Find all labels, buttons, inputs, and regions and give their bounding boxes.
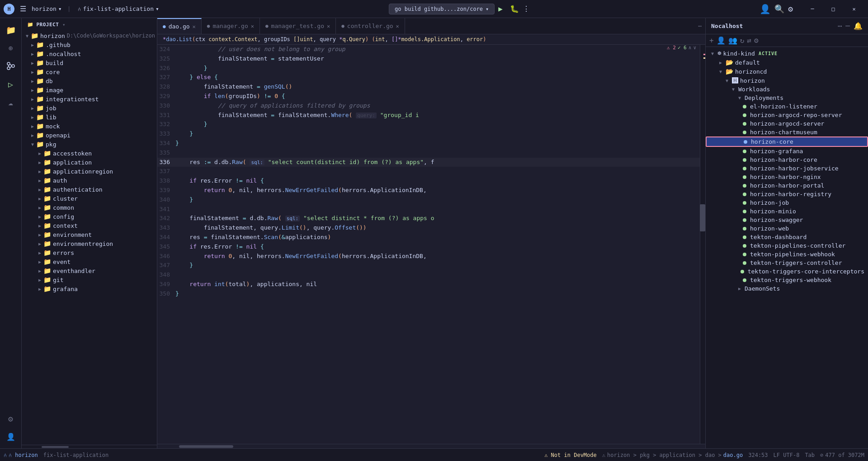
activity-run[interactable]: ▷: [3, 76, 19, 92]
tree-item-cluster[interactable]: ▶ 📁 cluster: [22, 194, 157, 203]
code-viewport[interactable]: 324 // user does not belong to any group…: [157, 45, 700, 444]
branch-selector[interactable]: ⑃ fix-list-application ▾: [78, 5, 159, 12]
tree-item-application[interactable]: ▶ 📁 application: [22, 158, 157, 167]
status-breadcrumb[interactable]: ⚠ horizon > pkg > application > dao > da…: [602, 452, 743, 458]
tree-item-pkg[interactable]: ▼ 📁 pkg: [22, 140, 157, 149]
tree-item-common[interactable]: ▶ 📁 common: [22, 203, 157, 212]
tree-item-environment[interactable]: ▶ 📁 environment: [22, 230, 157, 239]
status-lines[interactable]: ⊘ 477 of 3072M: [820, 452, 864, 458]
nc-deploy-grafana[interactable]: horizon-grafana: [706, 147, 868, 155]
nc-deploy-harbor-core[interactable]: horizon-harbor-core: [706, 155, 868, 164]
nocalhost-settings-icon[interactable]: ⚙: [754, 36, 759, 45]
nc-deploy-chartmuseum[interactable]: horizon-chartmuseum: [706, 128, 868, 136]
settings-icon[interactable]: ⚙: [788, 4, 793, 14]
tab-more-actions[interactable]: ⋯: [694, 23, 705, 29]
menu-icon[interactable]: ☰: [18, 3, 28, 15]
tree-root[interactable]: ▼ 📁 horizon D:\Code\GoWorkspace\horizon: [22, 31, 157, 40]
run-config-button[interactable]: go build github....zon/core ▾: [389, 4, 495, 14]
nc-app-horizon[interactable]: ▼ 🅷 horizon: [706, 76, 868, 85]
nocalhost-minimize-icon[interactable]: ─: [845, 22, 850, 30]
nocalhost-add-icon[interactable]: +: [709, 36, 714, 45]
unfold-icon[interactable]: ∨: [693, 45, 696, 51]
tree-item-context[interactable]: ▶ 📁 context: [22, 221, 157, 230]
activity-nocalhost[interactable]: ☁: [3, 94, 19, 110]
nc-group-deployments[interactable]: ▼ Deployments: [706, 94, 868, 102]
editor-horizontal-scrollbar[interactable]: [157, 444, 705, 448]
tree-item-job[interactable]: ▶ 📁 job: [22, 103, 157, 113]
tab-manager-go[interactable]: ● manager.go ✕: [202, 18, 260, 34]
run-play-button[interactable]: ▶: [498, 5, 503, 13]
activity-explorer[interactable]: 📁: [3, 22, 19, 38]
nc-deploy-swagger[interactable]: horizon-swagger: [706, 216, 868, 224]
tree-item-core[interactable]: ▶ 📁 core: [22, 67, 157, 76]
nc-group-daemonsets[interactable]: ▶ DaemonSets: [706, 284, 868, 293]
nc-deploy-harbor-registry[interactable]: horizon-harbor-registry: [706, 190, 868, 198]
status-indentation[interactable]: Tab: [805, 452, 815, 458]
project-selector[interactable]: horizon ▾: [32, 5, 62, 12]
tree-item-errors[interactable]: ▶ 📁 errors: [22, 248, 157, 257]
nc-deploy-harbor-nginx[interactable]: horizon-harbor-nginx: [706, 173, 868, 181]
nc-deploy-harbor-portal[interactable]: horizon-harbor-portal: [706, 181, 868, 190]
minimize-button[interactable]: ─: [802, 2, 823, 16]
close-button[interactable]: ✕: [844, 2, 864, 16]
nc-deploy-harbor-jobservice[interactable]: horizon-harbor-jobservice: [706, 164, 868, 173]
tree-item-applicationregion[interactable]: ▶ 📁 applicationregion: [22, 167, 157, 176]
tab-controller-go[interactable]: ● controller.go ✕: [336, 18, 405, 34]
tree-item-grafana[interactable]: ▶ 📁 grafana: [22, 284, 157, 293]
activity-accounts[interactable]: 👤: [3, 428, 19, 445]
nc-deploy-minio[interactable]: horizon-minio: [706, 207, 868, 216]
tree-item-eventhandler[interactable]: ▶ 📁 eventhandler: [22, 266, 157, 275]
tab-manager-go-close[interactable]: ✕: [251, 23, 254, 29]
status-git[interactable]: ⑃ ⑃ horizon: [4, 452, 38, 458]
tree-item-event[interactable]: ▶ 📁 event: [22, 257, 157, 266]
tree-item-config[interactable]: ▶ 📁 config: [22, 212, 157, 221]
debug-icon[interactable]: 🐛: [510, 5, 519, 13]
nocalhost-more-icon[interactable]: ⋯: [838, 22, 842, 30]
tab-dao-go[interactable]: ● dao.go ✕: [157, 18, 202, 34]
tree-item-github[interactable]: ▶ 📁 .github: [22, 40, 157, 49]
nocalhost-account-icon[interactable]: 👤: [717, 36, 726, 45]
nocalhost-refresh-icon[interactable]: ↻: [740, 36, 745, 45]
nc-cluster-kind-kind[interactable]: ▼ ☸ kind-kind ACTIVE: [706, 49, 868, 58]
more-options-icon[interactable]: ⋮: [523, 5, 530, 13]
fold-icon[interactable]: ∧: [689, 45, 692, 51]
nc-deploy-horizon-core[interactable]: horizon-core: [706, 136, 868, 147]
tree-item-mock[interactable]: ▶ 📁 mock: [22, 122, 157, 131]
nc-deploy-argocd-server[interactable]: horizon-argocd-server: [706, 119, 868, 128]
tree-item-environmentregion[interactable]: ▶ 📁 environmentregion: [22, 239, 157, 248]
tree-item-git[interactable]: ▶ 📁 git: [22, 275, 157, 284]
nc-deploy-tekton-pipelines-controller[interactable]: tekton-pipelines-controller: [706, 241, 868, 250]
tree-item-auth[interactable]: ▶ 📁 auth: [22, 176, 157, 185]
nc-deploy-tekton-dashboard[interactable]: tekton-dashboard: [706, 233, 868, 241]
editor-scrollbar[interactable]: [700, 45, 705, 444]
tab-dao-go-close[interactable]: ✕: [193, 24, 196, 30]
nc-namespace-default[interactable]: ▶ 📂 default: [706, 58, 868, 67]
tab-manager-test-go[interactable]: ● manager_test.go ✕: [260, 18, 336, 34]
nc-deploy-el-horizon-listener[interactable]: el-horizon-listener: [706, 102, 868, 111]
status-position[interactable]: 324:53: [748, 452, 768, 458]
tree-item-db[interactable]: ▶ 📁 db: [22, 76, 157, 85]
status-branch[interactable]: fix-list-application: [43, 452, 109, 458]
search-icon[interactable]: 🔍: [774, 4, 784, 14]
tree-item-nocalhost[interactable]: ▶ 📁 .nocalhost: [22, 49, 157, 58]
nocalhost-team-icon[interactable]: 👥: [728, 36, 737, 45]
status-encoding[interactable]: LF UTF-8: [774, 452, 800, 458]
activity-search[interactable]: ⊕: [3, 40, 19, 56]
activity-source-control[interactable]: [3, 58, 19, 74]
status-error-indicator[interactable]: ⚠ Not in DevMode: [544, 452, 597, 458]
nocalhost-sync-icon[interactable]: ⇄: [747, 36, 751, 45]
nocalhost-notify-icon[interactable]: 🔔: [854, 22, 863, 30]
nc-deploy-horizon-web[interactable]: horizon-web: [706, 224, 868, 233]
tab-controller-go-close[interactable]: ✕: [396, 23, 399, 29]
nc-deploy-argocd-repo-server[interactable]: horizon-argocd-repo-server: [706, 111, 868, 119]
nc-deploy-tekton-core-interceptors[interactable]: tekton-triggers-core-interceptors: [706, 267, 868, 276]
tree-item-integrationtest[interactable]: ▶ 📁 integrationtest: [22, 94, 157, 103]
nc-deploy-tekton-triggers-controller[interactable]: tekton-triggers-controller: [706, 259, 868, 267]
tree-item-image[interactable]: ▶ 📁 image: [22, 85, 157, 94]
tab-manager-test-go-close[interactable]: ✕: [327, 23, 330, 29]
nc-deploy-horizon-job[interactable]: horizon-job: [706, 198, 868, 207]
account-icon[interactable]: 👤: [760, 4, 771, 14]
activity-settings-bottom[interactable]: ⚙: [3, 410, 19, 427]
tree-item-openapi[interactable]: ▶ 📁 openapi: [22, 131, 157, 140]
nc-namespace-horizoncd[interactable]: ▼ 📂 horizoncd: [706, 67, 868, 76]
